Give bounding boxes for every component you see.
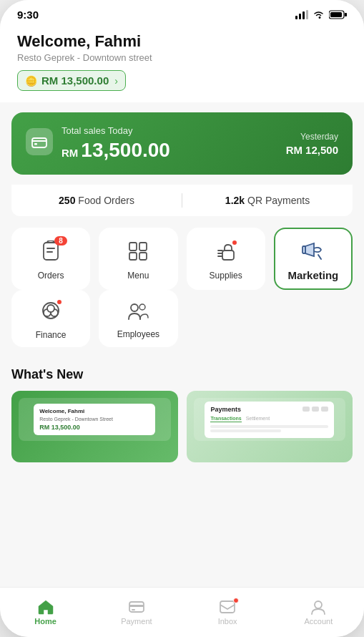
status-bar: 9:30 bbox=[0, 0, 364, 24]
whats-new-title: What's New bbox=[11, 367, 353, 382]
payments-icon-2 bbox=[312, 407, 319, 412]
payments-mini-card: Payments Transactions Settlem bbox=[205, 402, 334, 438]
battery-icon bbox=[329, 10, 347, 19]
marketing-icon-wrap bbox=[301, 239, 325, 263]
sales-right: Yesterday RM 12,500 bbox=[286, 132, 338, 156]
svg-rect-3 bbox=[306, 10, 308, 19]
mini-welcome-amount: RM 13,500.00 bbox=[39, 424, 149, 431]
signal-icon bbox=[295, 10, 308, 19]
header-section: Welcome, Fahmi Resto Geprek - Downtown s… bbox=[0, 24, 364, 102]
status-icons bbox=[295, 10, 347, 19]
svg-point-22 bbox=[131, 304, 138, 311]
inbox-label: Inbox bbox=[218, 617, 237, 626]
account-label: Account bbox=[305, 617, 333, 626]
restaurant-subtitle: Resto Geprek - Downtown street bbox=[17, 52, 347, 63]
new-card-left-inner: Welcome, Fahmi Resto Geprek - Downtown S… bbox=[19, 398, 171, 441]
svg-rect-11 bbox=[46, 251, 53, 253]
svg-point-21 bbox=[47, 305, 54, 312]
wifi-icon bbox=[313, 10, 325, 19]
nav-inbox[interactable]: Inbox bbox=[182, 599, 273, 626]
payments-mini-tabs: Transactions Settlement bbox=[210, 416, 328, 422]
menu-icon-wrap bbox=[127, 240, 149, 265]
svg-rect-8 bbox=[34, 143, 37, 145]
supplies-badge bbox=[231, 239, 238, 246]
qr-payments-count: 1.2k bbox=[225, 195, 245, 206]
nav-account[interactable]: Account bbox=[273, 599, 364, 626]
phone-container: 9:30 Welcom bbox=[0, 0, 364, 637]
welcome-title: Welcome, Fahmi bbox=[17, 32, 347, 51]
mini-welcome-title: Welcome, Fahmi bbox=[39, 408, 149, 414]
nav-home[interactable]: Home bbox=[0, 599, 91, 626]
marketing-label: Marketing bbox=[287, 269, 338, 281]
mini-welcome-subtitle: Resto Geprek - Downtown Street bbox=[39, 417, 149, 422]
menu-item-marketing[interactable]: Marketing bbox=[274, 228, 353, 290]
orders-label: Orders bbox=[38, 271, 64, 281]
balance-arrow: › bbox=[114, 75, 118, 87]
menu-item-finance[interactable]: Finance bbox=[11, 290, 90, 347]
qr-payments-label-text: QR Payments bbox=[247, 195, 310, 206]
wallet-icon: 🪙 bbox=[25, 75, 37, 87]
menu-placeholder-1 bbox=[187, 290, 265, 347]
svg-rect-26 bbox=[132, 609, 135, 611]
payments-mini-header: Payments bbox=[210, 406, 328, 413]
svg-rect-27 bbox=[220, 601, 235, 613]
main-content: Welcome, Fahmi Resto Geprek - Downtown s… bbox=[0, 24, 364, 611]
account-icon bbox=[310, 599, 327, 615]
home-icon bbox=[37, 599, 54, 615]
menu-item-menu[interactable]: Menu bbox=[99, 228, 177, 290]
menu-grid-row2: Finance Employees bbox=[0, 290, 364, 356]
sales-amount-row: RM 13,500.00 bbox=[62, 139, 170, 162]
finance-label: Finance bbox=[36, 330, 67, 340]
svg-rect-13 bbox=[139, 243, 147, 251]
status-time: 9:30 bbox=[17, 9, 39, 21]
orders-icon-wrap: 8 bbox=[40, 240, 62, 265]
svg-rect-10 bbox=[46, 248, 55, 249]
svg-rect-17 bbox=[302, 246, 305, 253]
svg-rect-25 bbox=[129, 605, 144, 607]
new-card-right-content: Payments Transactions Settlem bbox=[187, 391, 353, 462]
menu-item-supplies[interactable]: Supplies bbox=[187, 228, 265, 290]
new-card-welcome[interactable]: Welcome, Fahmi Resto Geprek - Downtown S… bbox=[11, 391, 178, 462]
employees-icon bbox=[127, 301, 149, 321]
sales-icon bbox=[26, 128, 53, 155]
new-card-right-inner: Payments Transactions Settlem bbox=[194, 398, 346, 441]
svg-rect-15 bbox=[139, 253, 147, 260]
balance-pill[interactable]: 🪙 RM 13,500.00 › bbox=[17, 70, 126, 91]
marketing-icon bbox=[301, 239, 325, 261]
svg-rect-16 bbox=[222, 251, 234, 260]
stats-row: 250 Food Orders 1.2k QR Payments bbox=[11, 185, 353, 216]
sales-card[interactable]: Total sales Today RM 13,500.00 Yesterday… bbox=[11, 112, 353, 175]
sales-info: Total sales Today RM 13,500.00 bbox=[62, 125, 170, 162]
nav-payment[interactable]: Payment bbox=[91, 599, 182, 626]
yesterday-label: Yesterday bbox=[286, 132, 338, 142]
new-card-payments[interactable]: Payments Transactions Settlem bbox=[187, 391, 353, 462]
finance-icon-wrap bbox=[40, 300, 62, 324]
inbox-badge bbox=[233, 598, 239, 603]
menu-icon bbox=[127, 240, 149, 262]
finance-badge bbox=[56, 298, 63, 306]
yesterday-amount: RM 12,500 bbox=[286, 144, 338, 156]
sales-currency: RM bbox=[62, 147, 78, 159]
supplies-icon-wrap bbox=[215, 240, 237, 265]
tab-settlement: Settlement bbox=[246, 416, 270, 422]
menu-item-orders[interactable]: 8 Orders bbox=[11, 228, 90, 290]
menu-item-employees[interactable]: Employees bbox=[99, 290, 177, 347]
menu-placeholder-2 bbox=[274, 290, 353, 347]
payments-mini-title: Payments bbox=[210, 406, 241, 413]
new-cards-row: Welcome, Fahmi Resto Geprek - Downtown S… bbox=[11, 391, 353, 462]
orders-badge: 8 bbox=[54, 236, 67, 245]
payments-line-1 bbox=[210, 425, 328, 428]
payment-icon bbox=[128, 599, 145, 615]
sales-amount: 13,500.00 bbox=[81, 139, 170, 162]
menu-label: Menu bbox=[127, 271, 149, 281]
home-label: Home bbox=[34, 617, 56, 626]
svg-rect-0 bbox=[295, 16, 297, 19]
new-card-left-content: Welcome, Fahmi Resto Geprek - Downtown S… bbox=[11, 391, 178, 462]
tab-transactions: Transactions bbox=[210, 416, 241, 422]
payments-icon-3 bbox=[321, 407, 328, 412]
food-orders-count: 250 bbox=[59, 195, 75, 206]
payment-label: Payment bbox=[121, 617, 152, 626]
food-orders-label-text: Food Orders bbox=[78, 195, 134, 206]
svg-point-28 bbox=[315, 601, 322, 608]
svg-rect-14 bbox=[129, 253, 137, 260]
